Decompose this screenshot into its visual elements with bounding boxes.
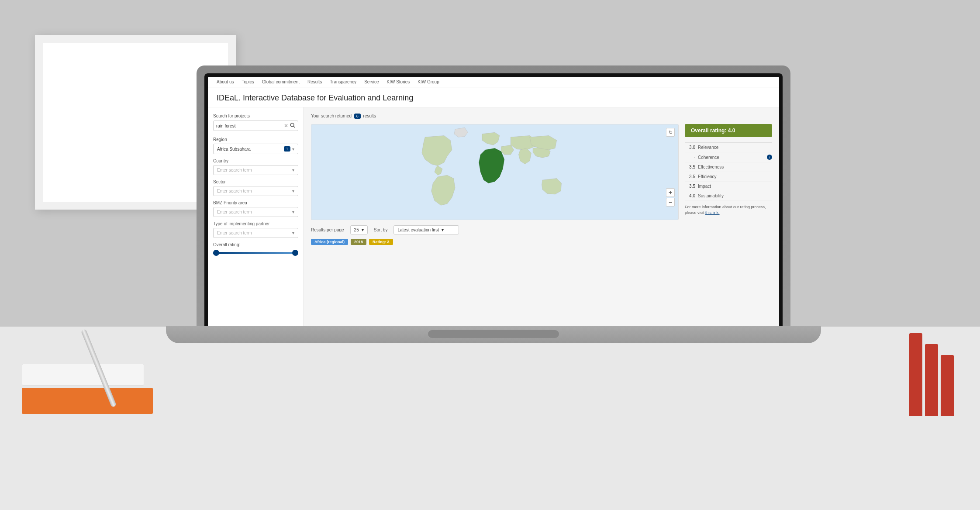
rating-panel: Overall rating: 4.0 3.0 Relevance xyxy=(685,124,772,220)
bmz-placeholder: Enter search term xyxy=(217,210,252,214)
nav-item-about-us[interactable]: About us xyxy=(217,79,234,84)
sidebar: Search for projects ✕ xyxy=(208,107,304,326)
rating-row-coherence: - Coherence i xyxy=(685,152,772,162)
search-go-button[interactable] xyxy=(290,123,295,129)
rating-row-sustainability: 4.0 Sustainability xyxy=(685,191,772,201)
main-layout: Search for projects ✕ xyxy=(208,107,779,326)
sort-by-chevron: ▾ xyxy=(442,227,444,232)
rating-name-effectiveness: Effectiveness xyxy=(698,165,772,169)
rating-items-list: 3.0 Relevance - Coherence i xyxy=(685,142,772,201)
region-chevron-icon: ▾ xyxy=(292,147,294,152)
nav-item-global-commitment[interactable]: Global commitment xyxy=(262,79,300,84)
svg-line-1 xyxy=(293,126,295,128)
rating-name-coherence: Coherence xyxy=(698,155,764,160)
world-map-svg xyxy=(311,124,678,220)
nav-item-kfw-group[interactable]: KfW Group xyxy=(418,79,439,84)
region-badge: 1 xyxy=(284,146,290,152)
rating-score-effectiveness: 3.5 xyxy=(685,165,695,169)
region-dropdown[interactable]: Africa Subsahara 1 ▾ xyxy=(213,144,298,154)
sector-dropdown[interactable]: Enter search term ▾ xyxy=(213,186,298,196)
country-label: Country xyxy=(213,159,298,163)
laptop-screen: About us Topics Global commitment Result… xyxy=(208,77,779,326)
bmz-chevron-icon: ▾ xyxy=(292,210,294,214)
rating-info-link[interactable]: this link. xyxy=(705,210,720,215)
result-tags: Africa (regional) 2018 Rating: 3 xyxy=(311,239,772,245)
rating-name-impact: Impact xyxy=(698,184,772,189)
rating-score-relevance: 3.0 xyxy=(685,145,695,150)
region-label: Region xyxy=(213,137,298,142)
slider-thumb-left[interactable] xyxy=(213,250,219,256)
tag-rating-3[interactable]: Rating: 3 xyxy=(369,239,393,245)
map-zoom-out-button[interactable]: − xyxy=(666,198,675,207)
results-suffix: results xyxy=(363,114,376,118)
binder-1 xyxy=(909,333,922,416)
tag-africa-regional[interactable]: Africa (regional) xyxy=(311,239,348,245)
coherence-info-icon[interactable]: i xyxy=(767,155,772,160)
rating-name-sustainability: Sustainability xyxy=(698,193,772,198)
results-per-page-value: 25 xyxy=(354,227,359,232)
nav-item-transparency[interactable]: Transparency xyxy=(330,79,356,84)
rating-name-relevance: Relevance xyxy=(698,145,772,150)
sort-by-value: Latest evaluation first xyxy=(397,227,439,232)
nav-bar: About us Topics Global commitment Result… xyxy=(208,77,779,87)
sector-label: Sector xyxy=(213,179,298,184)
slider-thumb-right[interactable] xyxy=(292,250,298,256)
results-per-page-dropdown[interactable]: 25 ▾ xyxy=(350,225,368,234)
country-placeholder: Enter search term xyxy=(217,168,252,172)
binder-3 xyxy=(941,355,954,416)
partner-dropdown[interactable]: Enter search term ▾ xyxy=(213,228,298,238)
region-value: Africa Subsahara xyxy=(217,147,251,152)
notebook-stack xyxy=(22,364,162,410)
overall-rating-box: Overall rating: 4.0 xyxy=(685,124,772,137)
laptop-bezel: About us Topics Global commitment Result… xyxy=(204,73,783,326)
binder-stack xyxy=(909,333,954,416)
laptop-base xyxy=(166,326,821,343)
search-clear-button[interactable]: ✕ xyxy=(284,123,288,129)
country-chevron-icon: ▾ xyxy=(292,168,294,172)
sector-chevron-icon: ▾ xyxy=(292,189,294,193)
partner-placeholder: Enter search term xyxy=(217,231,252,235)
bmz-dropdown[interactable]: Enter search term ▾ xyxy=(213,207,298,217)
rating-score-sustainability: 4.0 xyxy=(685,193,695,198)
map-container: ↻ + − xyxy=(311,124,679,220)
nav-item-topics[interactable]: Topics xyxy=(242,79,254,84)
bmz-filter: BMZ Priority area Enter search term ▾ xyxy=(213,200,298,217)
sector-filter: Sector Enter search term ▾ xyxy=(213,179,298,196)
rating-row-impact: 3.5 Impact xyxy=(685,182,772,191)
rating-score-impact: 3.5 xyxy=(685,184,695,189)
country-dropdown[interactable]: Enter search term ▾ xyxy=(213,165,298,175)
map-zoom-in-button[interactable]: + xyxy=(666,188,675,197)
tag-2018[interactable]: 2018 xyxy=(351,239,366,245)
search-section: Search for projects ✕ xyxy=(213,114,298,131)
sort-by-dropdown[interactable]: Latest evaluation first ▾ xyxy=(393,225,459,234)
notebook-orange xyxy=(22,388,153,414)
nav-item-results[interactable]: Results xyxy=(307,79,322,84)
rating-score-efficiency: 3.5 xyxy=(685,174,695,179)
desk-surface xyxy=(0,327,980,510)
results-count-badge: 6 xyxy=(354,114,361,119)
content-top: ↻ + − Overall rating: 4.0 xyxy=(311,124,772,220)
partner-chevron-icon: ▾ xyxy=(292,231,294,235)
bmz-label: BMZ Priority area xyxy=(213,200,298,205)
search-input[interactable] xyxy=(216,124,284,128)
map-zoom-controls: + − xyxy=(666,188,675,207)
page-header: IDEaL. Interactive Database for Evaluati… xyxy=(208,87,779,107)
region-filter: Region Africa Subsahara 1 ▾ xyxy=(213,137,298,154)
rating-info-text: For more information about our rating pr… xyxy=(685,204,772,215)
country-filter: Country Enter search term ▾ xyxy=(213,159,298,175)
partner-filter: Type of implementing partner Enter searc… xyxy=(213,221,298,238)
binder-2 xyxy=(925,344,938,416)
rating-slider[interactable] xyxy=(213,252,298,254)
rating-row-efficiency: 3.5 Efficiency xyxy=(685,172,772,182)
nav-item-kfw-stories[interactable]: KfW Stories xyxy=(386,79,410,84)
results-prefix: Your search returned xyxy=(311,114,352,118)
sort-by-label: Sort by xyxy=(374,227,388,232)
sector-placeholder: Enter search term xyxy=(217,189,252,193)
map-refresh-button[interactable]: ↻ xyxy=(666,128,675,137)
page-title: IDEaL. Interactive Database for Evaluati… xyxy=(217,93,770,103)
nav-item-service[interactable]: Service xyxy=(364,79,379,84)
svg-point-0 xyxy=(290,123,294,127)
results-per-page-label: Results per page xyxy=(311,227,344,232)
rating-slider-wrap xyxy=(213,249,298,254)
partner-label: Type of implementing partner xyxy=(213,221,298,226)
